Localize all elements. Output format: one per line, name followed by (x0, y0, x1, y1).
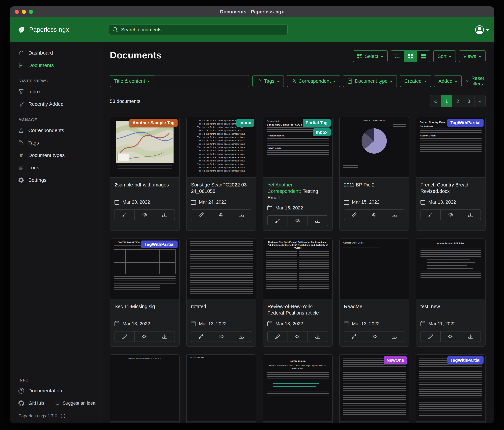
sidebar-item-documentation[interactable]: Documentation (10, 384, 101, 397)
tag-badge[interactable]: Another Sample Tag (129, 119, 178, 127)
document-title-link[interactable]: French Country Bread Revised.docx (421, 182, 481, 195)
sidebar-item-correspondents[interactable]: Correspondents (10, 124, 101, 137)
download-document-button[interactable] (307, 215, 328, 226)
view-document-button[interactable] (441, 331, 461, 342)
sidebar-item-document-types[interactable]: # Document types (10, 149, 101, 161)
sidebar-item-settings[interactable]: Settings (10, 174, 101, 186)
sidebar-item-dashboard[interactable]: Dashboard (10, 47, 101, 59)
sidebar-item-inbox[interactable]: Inbox (10, 85, 101, 98)
document-thumbnail[interactable]: Patient BP Distribution 2011 (340, 117, 409, 178)
window-close-button[interactable] (15, 10, 19, 14)
edit-document-button[interactable] (115, 331, 135, 342)
app-logo[interactable]: Paperless-ngx (10, 26, 69, 34)
pagination-prev-button[interactable]: « (430, 95, 441, 107)
title-content-input[interactable] (154, 75, 249, 87)
search-input[interactable] (121, 27, 284, 33)
view-document-button[interactable] (211, 331, 231, 342)
download-document-button[interactable] (155, 331, 175, 342)
view-document-button[interactable] (288, 331, 308, 342)
sort-button[interactable]: Sort (433, 50, 456, 62)
info-circle-icon[interactable] (61, 414, 65, 418)
sidebar-item-suggest-idea[interactable]: Suggest an idea (55, 397, 95, 409)
document-title-link[interactable]: Review-of-New-York-Federal-Petitions-art… (267, 303, 328, 317)
tag-badge[interactable]: NewOne (384, 356, 407, 364)
tag-badge[interactable]: Partial Tag (303, 119, 331, 127)
document-title-link[interactable]: Sec 11-Missing sig (115, 303, 175, 317)
edit-document-button[interactable] (115, 209, 135, 220)
tag-badge[interactable]: Inbox (313, 128, 331, 136)
pagination-page-1[interactable]: 1 (441, 95, 452, 107)
download-document-button[interactable] (231, 331, 251, 342)
document-thumbnail[interactable]: NewOne (340, 355, 409, 422)
view-document-button[interactable] (135, 331, 155, 342)
pagination-page-3[interactable]: 3 (463, 95, 475, 107)
document-title-link[interactable]: 2011 BP Pie 2 (344, 182, 405, 195)
download-document-button[interactable] (155, 209, 175, 220)
tags-filter-button[interactable]: Tags (252, 75, 284, 87)
detail-view-button[interactable] (417, 50, 430, 62)
edit-document-button[interactable] (191, 331, 211, 342)
sidebar-item-tags[interactable]: Tags (10, 137, 101, 149)
window-zoom-button[interactable] (29, 10, 33, 14)
download-document-button[interactable] (384, 331, 404, 342)
view-document-button[interactable] (211, 209, 231, 220)
download-document-button[interactable] (307, 331, 328, 342)
view-document-button[interactable] (441, 209, 461, 220)
tag-badge[interactable]: TagWithPartial (141, 241, 178, 248)
correspondent-filter-button[interactable]: Correspondent (287, 75, 340, 87)
view-document-button[interactable] (364, 209, 384, 220)
document-thumbnail[interactable]: This is a test for the double space char… (187, 117, 256, 178)
edit-document-button[interactable] (267, 215, 288, 226)
sidebar-item-recently-added[interactable]: Recently Added (10, 98, 101, 110)
download-document-button[interactable] (231, 209, 251, 220)
sidebar-item-logs[interactable]: Logs (10, 161, 101, 174)
view-document-button[interactable] (288, 215, 308, 226)
document-thumbnail[interactable]: This is a multi page document. Page 1. (110, 355, 179, 422)
document-thumbnail[interactable]: Adobe Acrobat PDF Files (416, 239, 485, 299)
edit-document-button[interactable] (267, 331, 288, 342)
views-button[interactable]: Views (459, 50, 486, 62)
sidebar-item-documents[interactable]: Documents (10, 59, 101, 72)
edit-document-button[interactable] (344, 331, 364, 342)
reset-filters-button[interactable]: × Reset filters (465, 75, 486, 87)
pagination-page-2[interactable]: 2 (452, 95, 463, 107)
view-document-button[interactable] (135, 209, 155, 220)
document-title-link[interactable]: ReadMe (344, 303, 405, 317)
select-button[interactable]: Select (353, 50, 388, 62)
tag-badge[interactable]: TagWithPartial (447, 356, 484, 364)
document-title-link[interactable]: rotated (191, 303, 251, 317)
document-title-link[interactable]: test_new (421, 303, 481, 317)
list-view-button[interactable] (391, 50, 404, 62)
created-filter-button[interactable]: Created (400, 75, 431, 87)
document-title-link[interactable]: Yet Another Correspondent:Testing Email (267, 182, 328, 201)
edit-document-button[interactable] (421, 209, 441, 220)
tag-badge[interactable]: Inbox (236, 119, 254, 127)
document-title-link[interactable]: 2sample-pdf-with-images (115, 182, 175, 195)
tag-badge[interactable]: TagWithPartial (447, 119, 484, 127)
added-filter-button[interactable]: Added (434, 75, 462, 87)
global-search[interactable] (109, 25, 288, 35)
edit-document-button[interactable] (421, 331, 441, 342)
view-document-button[interactable] (364, 331, 384, 342)
user-menu[interactable] (475, 17, 489, 42)
edit-document-button[interactable] (191, 209, 211, 220)
document-thumbnail[interactable]: Contact Sheet Demo (340, 239, 409, 299)
document-thumbnail[interactable]: 1.1. CONTINUING MEDICAL EDUCATION TagWit… (110, 239, 179, 299)
download-document-button[interactable] (384, 209, 404, 220)
document-thumbnail[interactable]: Release Notes Simba ODBC Driver for SQL … (263, 117, 332, 178)
download-document-button[interactable] (460, 331, 481, 342)
document-thumbnail[interactable]: This is a test file. (187, 355, 256, 422)
pagination-next-button[interactable]: » (474, 95, 486, 107)
document-thumbnail[interactable]: French Country Bread For the Leaven: Mak… (416, 117, 485, 178)
correspondent-link[interactable]: Yet Another Correspondent: (267, 182, 301, 194)
document-thumbnail[interactable] (187, 239, 256, 299)
document-thumbnail[interactable]: TagWithPartial (416, 355, 485, 422)
download-document-button[interactable] (460, 209, 481, 220)
grid-view-button[interactable] (404, 50, 417, 62)
document-thumbnail[interactable]: Review of New York Federal Petitions for… (263, 239, 332, 299)
sidebar-item-github[interactable]: GitHub (10, 397, 44, 409)
title-content-dropdown[interactable]: Title & content (110, 75, 154, 87)
document-thumbnail[interactable]: Lorem ipsum Lorem ipsum dolor sit amet, … (263, 355, 332, 422)
window-minimize-button[interactable] (22, 10, 26, 14)
edit-document-button[interactable] (344, 209, 364, 220)
